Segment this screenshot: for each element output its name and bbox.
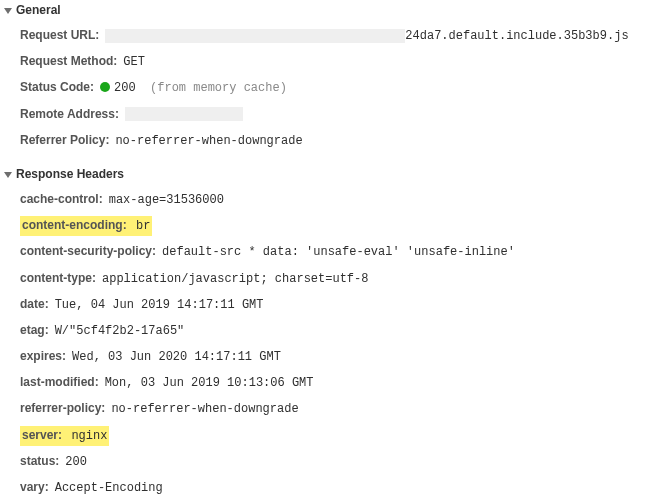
status-code-note: (from memory cache): [150, 81, 287, 95]
response-header-value: 200: [65, 453, 87, 472]
response-header-key: server:: [22, 428, 62, 442]
response-header-row: expires:Wed, 03 Jun 2020 14:17:11 GMT: [20, 344, 669, 370]
response-header-row: last-modified:Mon, 03 Jun 2019 10:13:06 …: [20, 370, 669, 396]
remote-address-value: [125, 106, 243, 125]
referrer-policy-label: Referrer Policy:: [20, 131, 109, 150]
highlight: content-encoding: br: [20, 216, 152, 236]
section-general-title: General: [16, 3, 61, 17]
response-header-value: default-src * data: 'unsafe-eval' 'unsaf…: [162, 243, 515, 262]
status-ok-icon: [100, 82, 110, 92]
response-header-row: status:200: [20, 449, 669, 475]
general-list: Request URL: 24da7.default.include.35b3b…: [0, 20, 669, 164]
response-header-row: referrer-policy:no-referrer-when-downgra…: [20, 396, 669, 422]
referrer-policy-value: no-referrer-when-downgrade: [115, 132, 302, 151]
disclosure-triangle-icon: [4, 8, 12, 14]
disclosure-triangle-icon: [4, 172, 12, 178]
response-header-key: last-modified:: [20, 373, 99, 392]
response-header-key: etag:: [20, 321, 49, 340]
response-header-value: application/javascript; charset=utf-8: [102, 270, 368, 289]
request-url-label: Request URL:: [20, 26, 99, 45]
response-header-value: no-referrer-when-downgrade: [111, 400, 298, 419]
response-header-row: cache-control:max-age=31536000: [20, 187, 669, 213]
response-header-row: content-type:application/javascript; cha…: [20, 266, 669, 292]
response-header-key: cache-control:: [20, 190, 103, 209]
response-header-key: content-type:: [20, 269, 96, 288]
general-remote-address-row: Remote Address:: [20, 102, 669, 128]
response-header-value: max-age=31536000: [109, 191, 224, 210]
status-code-number: 200: [114, 81, 136, 95]
general-request-method-row: Request Method: GET: [20, 49, 669, 75]
response-header-value: br: [136, 219, 150, 233]
response-header-row: content-security-policy:default-src * da…: [20, 239, 669, 265]
general-referrer-policy-row: Referrer Policy: no-referrer-when-downgr…: [20, 128, 669, 154]
response-header-value: Mon, 03 Jun 2019 10:13:06 GMT: [105, 374, 314, 393]
status-code-value: 200 (from memory cache): [100, 79, 287, 98]
response-header-value: Tue, 04 Jun 2019 14:17:11 GMT: [55, 296, 264, 315]
response-header-key: date:: [20, 295, 49, 314]
response-header-key: expires:: [20, 347, 66, 366]
section-general-header[interactable]: General: [0, 0, 669, 20]
response-header-value: Accept-Encoding: [55, 479, 163, 498]
response-header-key: vary:: [20, 478, 49, 497]
general-request-url-row: Request URL: 24da7.default.include.35b3b…: [20, 23, 669, 49]
response-header-row: content-encoding: br: [20, 213, 669, 239]
request-url-redacted: [105, 29, 405, 43]
remote-address-label: Remote Address:: [20, 105, 119, 124]
remote-address-redacted: [125, 107, 243, 121]
response-header-value: nginx: [71, 429, 107, 443]
response-header-key: content-encoding:: [22, 218, 127, 232]
request-method-value: GET: [123, 53, 145, 72]
highlight: server: nginx: [20, 426, 109, 446]
response-header-row: date:Tue, 04 Jun 2019 14:17:11 GMT: [20, 292, 669, 318]
response-header-row: vary:Accept-Encoding: [20, 475, 669, 501]
response-header-value: W/"5cf4f2b2-17a65": [55, 322, 185, 341]
response-header-row: etag:W/"5cf4f2b2-17a65": [20, 318, 669, 344]
response-header-value: Wed, 03 Jun 2020 14:17:11 GMT: [72, 348, 281, 367]
request-url-suffix: 24da7.default.include.35b3b9.js: [405, 29, 628, 43]
response-header-key: referrer-policy:: [20, 399, 105, 418]
response-headers-list: cache-control:max-age=31536000content-en…: [0, 184, 669, 501]
response-header-row: server: nginx: [20, 423, 669, 449]
request-method-label: Request Method:: [20, 52, 117, 71]
response-header-key: content-security-policy:: [20, 242, 156, 261]
general-status-code-row: Status Code: 200 (from memory cache): [20, 75, 669, 101]
status-code-label: Status Code:: [20, 78, 94, 97]
section-response-header[interactable]: Response Headers: [0, 164, 669, 184]
response-header-key: status:: [20, 452, 59, 471]
request-url-value: 24da7.default.include.35b3b9.js: [105, 27, 628, 46]
section-response-title: Response Headers: [16, 167, 124, 181]
